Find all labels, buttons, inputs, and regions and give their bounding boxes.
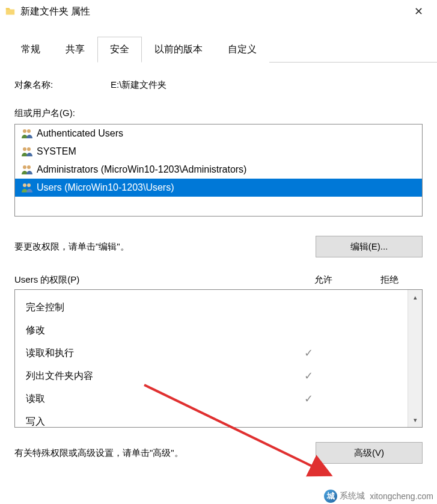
advanced-button[interactable]: 高级(V) xyxy=(316,442,423,464)
folder-icon xyxy=(5,6,16,17)
list-item-label: Authenticated Users xyxy=(37,128,123,139)
tab-strip: 常规 共享 安全 以前的版本 自定义 xyxy=(8,36,437,63)
object-value: E:\新建文件夹 xyxy=(111,79,423,91)
perm-name: 列出文件夹内容 xyxy=(26,370,275,383)
watermark-logo-icon: 城 xyxy=(324,490,337,503)
tab-sharing[interactable]: 共享 xyxy=(53,37,97,63)
list-item[interactable]: Authenticated Users xyxy=(15,124,422,143)
perm-row: 读取和执行 ✓ xyxy=(26,342,408,364)
svg-point-2 xyxy=(23,147,26,151)
perm-name: 修改 xyxy=(26,324,275,337)
advanced-hint: 有关特殊权限或高级设置，请单击"高级"。 xyxy=(14,447,316,459)
watermark-url: xitongcheng.com xyxy=(370,491,433,501)
perm-name: 写入 xyxy=(26,416,275,428)
allow-column-label: 允许 xyxy=(290,274,356,286)
check-icon: ✓ xyxy=(275,392,341,405)
perm-row: 列出文件夹内容 ✓ xyxy=(26,364,408,387)
users-icon xyxy=(21,128,33,139)
list-item-label: Administrators (MicroWin10-1203\Administ… xyxy=(37,164,246,175)
permissions-header: Users 的权限(P) 允许 拒绝 xyxy=(14,274,423,286)
svg-point-7 xyxy=(27,183,31,187)
svg-point-6 xyxy=(23,183,26,187)
edit-button[interactable]: 编辑(E)... xyxy=(316,236,423,257)
permissions-list: 完全控制 修改 读取和执行 ✓ 列出文件夹内容 ✓ 读取 ✓ xyxy=(14,289,423,428)
perm-row: 修改 xyxy=(26,319,408,342)
perm-name: 读取 xyxy=(26,393,275,405)
watermark: 城 系统城 xitongcheng.com xyxy=(324,490,433,503)
users-icon xyxy=(21,164,33,175)
permissions-body: 完全控制 修改 读取和执行 ✓ 列出文件夹内容 ✓ 读取 ✓ xyxy=(15,290,408,427)
check-icon: ✓ xyxy=(275,346,341,360)
tab-security[interactable]: 安全 xyxy=(97,37,142,63)
list-item[interactable]: Users (MicroWin10-1203\Users) xyxy=(15,179,422,197)
permissions-title: Users 的权限(P) xyxy=(14,274,290,286)
perm-name: 完全控制 xyxy=(26,301,275,314)
svg-point-4 xyxy=(23,165,26,169)
tab-customize[interactable]: 自定义 xyxy=(215,37,269,63)
users-icon xyxy=(21,146,33,157)
list-item-label: SYSTEM xyxy=(37,146,76,157)
list-item[interactable]: Administrators (MicroWin10-1203\Administ… xyxy=(15,161,422,179)
edit-hint: 要更改权限，请单击"编辑"。 xyxy=(14,241,316,253)
svg-point-1 xyxy=(27,129,31,133)
scroll-track[interactable] xyxy=(408,304,422,413)
advanced-row: 有关特殊权限或高级设置，请单击"高级"。 高级(V) xyxy=(14,442,423,464)
tab-previous-versions[interactable]: 以前的版本 xyxy=(142,37,215,63)
scroll-up-icon[interactable]: ▴ xyxy=(408,290,422,304)
edit-row: 要更改权限，请单击"编辑"。 编辑(E)... xyxy=(14,236,423,257)
perm-row: 写入 xyxy=(26,410,408,427)
perm-name: 读取和执行 xyxy=(26,347,275,360)
scrollbar[interactable]: ▴ ▾ xyxy=(408,290,422,427)
watermark-brand: 系统城 xyxy=(340,491,365,502)
window-title: 新建文件夹 属性 xyxy=(20,5,405,18)
deny-column-label: 拒绝 xyxy=(356,274,423,286)
list-item[interactable]: SYSTEM xyxy=(15,143,422,161)
svg-point-5 xyxy=(27,165,31,169)
scroll-down-icon[interactable]: ▾ xyxy=(408,413,422,427)
svg-point-0 xyxy=(23,129,26,133)
users-icon xyxy=(21,182,33,193)
groups-label: 组或用户名(G): xyxy=(14,108,423,119)
object-row: 对象名称: E:\新建文件夹 xyxy=(14,79,423,91)
groups-list[interactable]: Authenticated Users SYSTEM Administrator… xyxy=(14,124,423,217)
title-bar: 新建文件夹 属性 ✕ xyxy=(0,0,437,23)
tab-content: 对象名称: E:\新建文件夹 组或用户名(G): Authenticated U… xyxy=(0,63,437,464)
check-icon: ✓ xyxy=(275,369,341,383)
list-item-label: Users (MicroWin10-1203\Users) xyxy=(37,182,174,193)
close-button[interactable]: ✕ xyxy=(405,5,432,18)
tab-general[interactable]: 常规 xyxy=(8,37,53,63)
svg-point-3 xyxy=(27,147,31,151)
object-label: 对象名称: xyxy=(14,79,111,91)
perm-row: 完全控制 xyxy=(26,296,408,319)
perm-row: 读取 ✓ xyxy=(26,387,408,410)
